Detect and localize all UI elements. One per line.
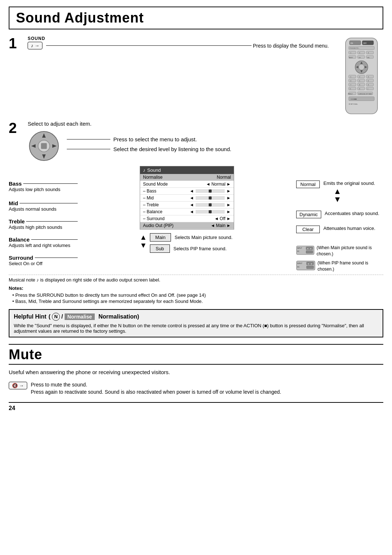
up-arrow-icon: ▲ — [140, 233, 147, 241]
balance-row-label: – Balance — [143, 209, 189, 214]
menu-row-bass: – Bass ◄ ► — [140, 188, 234, 195]
soundmode-label: Sound Mode — [143, 182, 206, 187]
treble-title: Treble — [9, 218, 25, 224]
step2-label-select: Select the desired level by listening to… — [67, 146, 383, 152]
mid-row-value: ◄ ► — [189, 195, 231, 200]
remote-mini-main: INPUT PC ◄ ► (When Main picture sound is… — [296, 244, 383, 256]
mute-press-text: Press to mute the sound. — [31, 382, 281, 388]
mute-instruction: 🔇 → Press to mute the sound. Press again… — [9, 382, 383, 395]
notes-title: Notes: — [9, 285, 383, 291]
svg-text:►: ► — [311, 263, 313, 265]
normalise-value: Normal — [217, 175, 231, 180]
bass-row-label: – Bass — [143, 189, 189, 194]
treble-indicator — [209, 203, 212, 206]
step2-press-label: Press to select the menu to adjust. — [113, 136, 197, 142]
svg-text:ON: ON — [350, 42, 353, 44]
svg-text:ID SET    ID ALL: ID SET ID ALL — [349, 104, 358, 105]
hint-n-badge: N — [52, 313, 60, 321]
svg-rect-62 — [41, 143, 47, 149]
mute-button-icon: 🔇 → — [9, 382, 27, 389]
sub-audio-button: Sub — [150, 244, 170, 253]
svg-text:SURROUND OFF TIMER: SURROUND OFF TIMER — [358, 93, 372, 95]
menu-row-audioout: Audio Out (PIP) ◄ Main ► — [140, 222, 234, 229]
treble-row-label: – Treble — [143, 202, 189, 207]
menu-row-surround: – Surround ◄ Off ► — [140, 215, 234, 222]
mid-desc: Adjusts normal sounds — [9, 206, 78, 212]
mid-line — [20, 203, 78, 204]
normal-desc: Emits the original sound. ▲ ▼ — [323, 181, 375, 203]
bass-annotation: Bass Adjusts low pitch sounds — [9, 181, 78, 192]
annotated-content: Bass Adjusts low pitch sounds Mid Adjust… — [9, 166, 383, 272]
surround-desc: Select On or Off — [9, 261, 78, 266]
svg-text:POS/SIZE PIC...: POS/SIZE PIC... — [350, 48, 360, 49]
clear-desc: Attenuates human voice. — [323, 226, 375, 231]
step1-number: 1 — [9, 36, 17, 50]
svg-text:C: C — [350, 88, 351, 90]
mute-desc: Useful when answering the phone or recei… — [9, 369, 383, 375]
svg-text:PC: PC — [297, 266, 300, 268]
svg-rect-35 — [366, 79, 373, 82]
remote-mini-area: INPUT PC ◄ ► (When Main picture sound is… — [296, 244, 383, 272]
dynamic-annotation: Dynamic Accentuates sharp sound. — [296, 211, 383, 218]
svg-rect-25 — [349, 75, 356, 78]
main-audio-row: Main Selects Main picture sound. — [150, 233, 233, 242]
page-number: 24 — [9, 402, 383, 412]
vert-arrows-area: ▲ ▼ — [140, 233, 147, 253]
audioout-value: ◄ Main ► — [211, 223, 231, 228]
remote-mini-sub-svg: INPUT PC ◄ ► — [296, 260, 315, 271]
svg-rect-41 — [366, 83, 373, 86]
right-arrows: ▲ ▼ — [300, 187, 375, 203]
hint-normalise-badge: Normalise — [65, 313, 95, 320]
step1-remote: ON OFF POS/SIZE PIC... 1 2 3 INPUT CH — [340, 36, 383, 117]
step2-labels: Press to select the menu to adjust. Sele… — [67, 136, 383, 156]
soundmode-value: ◄ Normal ► — [206, 182, 231, 187]
mute-content: Useful when answering the phone or recei… — [9, 369, 383, 395]
bass-line — [23, 183, 78, 184]
hint-subtitle: Normalisation — [98, 313, 137, 320]
audioout-val-text: Main — [216, 223, 225, 228]
svg-rect-74 — [307, 266, 314, 269]
mid-bar — [196, 196, 225, 200]
down-arrow-icon: ▼ — [140, 241, 147, 249]
right-annotations: Normal Emits the original sound. ▲ ▼ Dyn… — [296, 166, 383, 272]
clear-label: Clear — [296, 226, 320, 233]
svg-text:INPUT: INPUT — [297, 263, 302, 264]
mid-indicator — [209, 197, 212, 199]
balance-indicator — [209, 210, 212, 213]
menu-header-label: Sound — [147, 167, 161, 173]
arrow-left-icon: ◄ — [206, 182, 211, 187]
sound-button-icon: ♪ → — [28, 42, 42, 49]
remote-mini-sub-desc: (When PIP frame sound is chosen.) — [318, 260, 368, 272]
dpad-svg — [28, 130, 60, 162]
note-icon: ♪ — [143, 167, 146, 173]
step1-horiz-line — [46, 45, 251, 46]
treble-row-value: ◄ ► — [189, 202, 231, 207]
step2-line-press — [67, 139, 110, 140]
mute-instruction-lines: Press to mute the sound. Press again to … — [31, 382, 281, 395]
svg-text:PC: PC — [297, 251, 300, 252]
remote-mini-main-desc: (When Main picture sound is chosen.) — [317, 245, 372, 256]
svg-rect-31 — [349, 79, 356, 82]
notes-item-0: • Press the SURROUND button to directly … — [12, 292, 383, 298]
notes-section: Notes: • Press the SURROUND button to di… — [9, 285, 383, 304]
surround-row-label: – Surround — [143, 216, 214, 221]
treble-line — [26, 221, 78, 222]
svg-rect-9 — [358, 51, 365, 54]
audio-btn-labels: Main Selects Main picture sound. Sub — [150, 233, 233, 253]
menu-row-soundmode: Sound Mode ◄ Normal ► — [140, 181, 234, 188]
svg-rect-37 — [349, 83, 356, 86]
bass-bar — [196, 189, 225, 193]
bass-title: Bass — [9, 181, 22, 187]
svg-point-20 — [359, 64, 364, 70]
treble-bar — [196, 203, 225, 207]
step1-section: 1 SOUND ♪ → Press to display the Sound m… — [9, 36, 383, 117]
bullet-0: • — [12, 292, 15, 298]
svg-rect-29 — [366, 75, 373, 78]
audioout-label: Audio Out (PIP) — [143, 223, 211, 228]
svg-text:VOL: VOL — [367, 57, 369, 58]
svg-text:OFF: OFF — [363, 42, 367, 44]
step2-label-press: Press to select the menu to adjust. — [67, 136, 383, 142]
center-menu-area: ♪ Sound Normalise Normal Sound Mode ◄ No… — [78, 166, 296, 255]
svg-text:CH: CH — [359, 57, 361, 58]
normal-annotation: Normal Emits the original sound. ▲ ▼ — [296, 181, 383, 203]
